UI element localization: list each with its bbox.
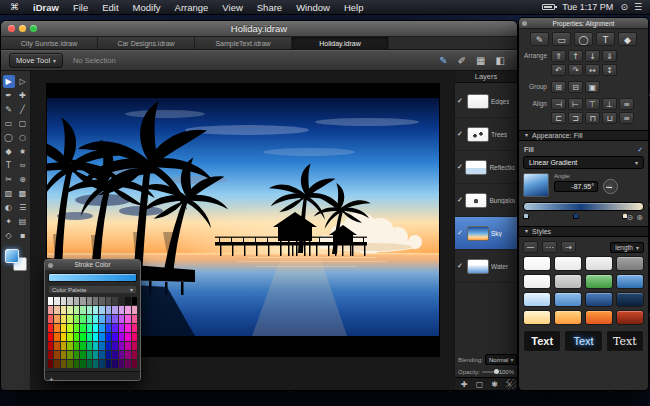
palette-swatch[interactable] bbox=[106, 360, 111, 368]
palette-swatch[interactable] bbox=[67, 351, 72, 359]
menu-item-window[interactable]: Window bbox=[289, 0, 337, 15]
style-swatch-9[interactable] bbox=[554, 292, 582, 307]
text-style-tile-2[interactable]: Text bbox=[606, 330, 644, 352]
align-button-1-0[interactable]: ⊏ bbox=[551, 112, 566, 124]
palette-swatch[interactable] bbox=[74, 315, 79, 323]
blending-select[interactable]: Normal ▾ bbox=[485, 354, 517, 365]
move-tool[interactable]: ▶ bbox=[3, 75, 15, 88]
palette-swatch[interactable] bbox=[74, 333, 79, 341]
window-titlebar[interactable]: Holiday.idraw bbox=[1, 21, 517, 37]
palette-swatch[interactable] bbox=[48, 333, 53, 341]
layer-row-bungalows[interactable]: ✓Bungalows bbox=[455, 184, 517, 217]
palette-swatch[interactable] bbox=[99, 360, 104, 368]
style-swatch-4[interactable] bbox=[523, 274, 551, 289]
style-swatch-11[interactable] bbox=[616, 292, 644, 307]
pencil-icon[interactable]: ✎ bbox=[439, 55, 447, 66]
palette-swatch[interactable] bbox=[106, 351, 111, 359]
palette-swatch[interactable] bbox=[87, 306, 92, 314]
palette-swatch[interactable] bbox=[112, 297, 117, 305]
align-button-1-2[interactable]: ⊓ bbox=[585, 112, 600, 124]
status-icon-0[interactable]: ⊙ bbox=[620, 2, 628, 12]
palette-swatch[interactable] bbox=[132, 306, 137, 314]
layer-row-edges[interactable]: ✓Edges bbox=[455, 85, 517, 118]
palette-swatch[interactable] bbox=[99, 342, 104, 350]
style-swatch-14[interactable] bbox=[585, 310, 613, 325]
scissors-tool[interactable]: ✂ bbox=[3, 173, 15, 186]
palette-swatch[interactable] bbox=[112, 306, 117, 314]
gradient-tool[interactable]: ▧ bbox=[3, 187, 15, 200]
opacity-slider[interactable] bbox=[482, 371, 497, 373]
style-swatch-3[interactable] bbox=[616, 256, 644, 271]
palette-swatch[interactable] bbox=[132, 324, 137, 332]
palette-swatch[interactable] bbox=[54, 315, 59, 323]
palette-swatch[interactable] bbox=[93, 324, 98, 332]
palette-swatch[interactable] bbox=[67, 324, 72, 332]
style-swatch-12[interactable] bbox=[523, 310, 551, 325]
layer-row-reflections[interactable]: ✓Reflections bbox=[455, 151, 517, 184]
pattern-tool[interactable]: ▤ bbox=[17, 215, 29, 228]
palette-swatch[interactable] bbox=[93, 306, 98, 314]
palette-swatch[interactable] bbox=[61, 333, 66, 341]
palette-swatch[interactable] bbox=[48, 297, 53, 305]
style-swatch-15[interactable] bbox=[616, 310, 644, 325]
style-swatch-10[interactable] bbox=[585, 292, 613, 307]
draw-icon[interactable]: ✎ bbox=[530, 32, 549, 46]
palette-swatch[interactable] bbox=[125, 351, 130, 359]
palette-swatch[interactable] bbox=[132, 315, 137, 323]
popup-current-color[interactable] bbox=[48, 273, 137, 282]
palette-swatch[interactable] bbox=[87, 360, 92, 368]
style-swatch-13[interactable] bbox=[554, 310, 582, 325]
palette-swatch[interactable] bbox=[99, 351, 104, 359]
palette-swatch[interactable] bbox=[93, 297, 98, 305]
palette-swatch[interactable] bbox=[80, 342, 85, 350]
palette-swatch[interactable] bbox=[80, 351, 85, 359]
style-swatch-0[interactable] bbox=[523, 256, 551, 271]
style-swatch-7[interactable] bbox=[616, 274, 644, 289]
palette-swatch[interactable] bbox=[67, 342, 72, 350]
layer-row-sky[interactable]: ✓Sky bbox=[455, 217, 517, 250]
palette-swatch[interactable] bbox=[80, 297, 85, 305]
text-style-tile-1[interactable]: Text bbox=[564, 330, 602, 352]
palette-swatch[interactable] bbox=[80, 360, 85, 368]
palette-swatch[interactable] bbox=[119, 297, 124, 305]
layer-visibility-check[interactable]: ✓ bbox=[457, 229, 465, 237]
palette-swatch[interactable] bbox=[93, 342, 98, 350]
spark-tool[interactable]: ✦ bbox=[3, 215, 15, 228]
palette-swatch[interactable] bbox=[132, 351, 137, 359]
polygon-tool[interactable]: ◆ bbox=[3, 145, 15, 158]
palette-swatch[interactable] bbox=[87, 297, 92, 305]
palette-swatch[interactable] bbox=[48, 342, 53, 350]
palette-swatch[interactable] bbox=[132, 333, 137, 341]
style-swatch-1[interactable] bbox=[554, 256, 582, 271]
palette-swatch[interactable] bbox=[74, 351, 79, 359]
rectangle-tool[interactable]: ▭ bbox=[3, 117, 15, 130]
palette-swatch[interactable] bbox=[48, 315, 53, 323]
menu-item-edit[interactable]: Edit bbox=[95, 0, 125, 15]
palette-swatch[interactable] bbox=[125, 333, 130, 341]
panels-icon[interactable]: ◧ bbox=[496, 55, 505, 66]
tab-city-sunrise-idraw[interactable]: City Sunrise.idraw bbox=[1, 37, 98, 49]
arrange-button-0-2[interactable]: ↓ bbox=[585, 50, 600, 62]
menu-item-share[interactable]: Share bbox=[250, 0, 289, 15]
palette-swatch[interactable] bbox=[61, 360, 66, 368]
palette-swatch[interactable] bbox=[99, 306, 104, 314]
palette-swatch[interactable] bbox=[61, 315, 66, 323]
palette-swatch[interactable] bbox=[54, 342, 59, 350]
grid-icon[interactable]: ▦ bbox=[476, 55, 485, 66]
opacity-slider-knob[interactable] bbox=[494, 369, 499, 374]
arrange-button-0-3[interactable]: ⇓ bbox=[602, 50, 617, 62]
palette-swatch[interactable] bbox=[93, 360, 98, 368]
palette-swatch[interactable] bbox=[132, 297, 137, 305]
palette-section-header[interactable]: Color Palette ▾ bbox=[48, 285, 137, 294]
popup-titlebar[interactable]: Stroke Color bbox=[45, 260, 140, 270]
palette-swatch[interactable] bbox=[74, 324, 79, 332]
palette-swatch[interactable] bbox=[54, 297, 59, 305]
align-button-0-3[interactable]: ⊥ bbox=[602, 98, 617, 110]
align-button-1-1[interactable]: ⊐ bbox=[568, 112, 583, 124]
palette-swatch[interactable] bbox=[119, 333, 124, 341]
palette-swatch[interactable] bbox=[119, 306, 124, 314]
palette-swatch[interactable] bbox=[80, 315, 85, 323]
align-button-0-0[interactable]: ⊣ bbox=[551, 98, 566, 110]
palette-swatch[interactable] bbox=[125, 315, 130, 323]
circle-tool[interactable]: ○ bbox=[17, 131, 29, 144]
